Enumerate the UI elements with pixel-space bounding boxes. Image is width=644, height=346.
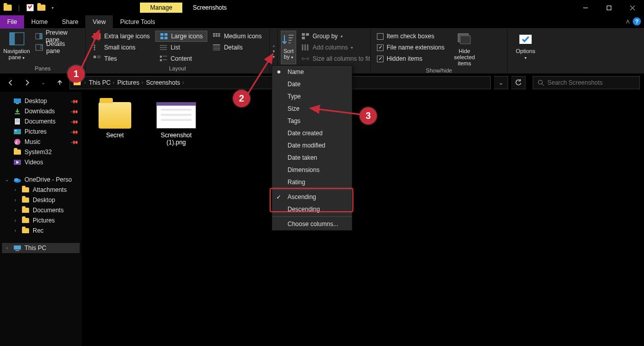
sort-date-modified[interactable]: Date modified [272,139,352,152]
svg-rect-47 [306,33,309,36]
recent-locations-button[interactable]: ⌄ [37,76,50,89]
chevron-right-icon[interactable]: › [12,218,18,223]
sort-type[interactable]: Type [272,90,352,103]
close-button[interactable] [621,0,644,15]
search-box[interactable] [533,76,640,89]
sort-ascending[interactable]: ✓Ascending [272,191,352,203]
tree-downloads[interactable]: Downloads📌 [2,106,80,116]
sort-by-label: Sort by ▾ [281,48,296,60]
file-name-label: Secret [106,132,124,139]
tree-desktop[interactable]: Desktop📌 [2,96,80,106]
svg-rect-59 [16,103,19,104]
layout-list[interactable]: List [155,42,208,53]
sort-by-button[interactable]: Sort by ▾ [281,31,296,64]
svg-rect-34 [93,56,96,58]
tree-this-pc[interactable]: ›This PC [2,243,80,253]
layout-scroll-down-icon[interactable]: ▾ [270,49,277,54]
sort-dimensions[interactable]: Dimensions [272,164,352,176]
forward-button[interactable] [20,76,34,89]
refresh-button[interactable] [511,76,526,89]
sort-tags[interactable]: Tags [272,115,352,127]
chevron-right-icon[interactable]: › [12,187,18,192]
layout-large-icons[interactable]: Large icons [155,31,208,42]
chevron-right-icon[interactable]: › [12,197,18,203]
address-dropdown-icon[interactable]: ⌄ [494,76,508,89]
file-list[interactable]: Secret Screenshot (1).png [82,92,644,346]
file-name-extensions-toggle[interactable]: File name extensions [374,42,447,53]
chevron-down-icon[interactable]: ⌄ [4,177,10,182]
downloads-icon [13,108,21,115]
layout-medium-icons[interactable]: Medium icons [208,31,266,42]
menu-home[interactable]: Home [24,15,55,29]
layout-scroll-up-icon[interactable]: ▴ [270,43,277,48]
size-columns-icon [301,55,309,62]
qat-properties-icon[interactable] [26,3,35,12]
file-item-screenshot1[interactable]: Screenshot (1).png [153,102,199,146]
tree-rec[interactable]: ›Rec [2,226,80,236]
chevron-right-icon[interactable]: › [12,208,18,213]
svg-rect-51 [307,44,308,51]
sort-date-taken[interactable]: Date taken [272,152,352,164]
group-by-button[interactable]: Group by ▾ [298,31,373,42]
help-icon[interactable]: ? [633,17,641,26]
chevron-right-icon[interactable]: › [12,228,18,233]
size-all-columns-button[interactable]: Size all columns to fit [298,53,373,64]
tree-od-documents[interactable]: ›Documents [2,205,80,215]
annotation-3: 3 [360,107,377,125]
tree-music[interactable]: Music📌 [2,137,80,147]
preview-pane-icon [35,33,42,40]
menu-share[interactable]: Share [55,15,85,29]
hidden-items-toggle[interactable]: Hidden items [374,53,447,64]
layout-small-icons[interactable]: Small icons [89,42,154,53]
back-button[interactable] [4,76,17,89]
svg-rect-20 [218,33,220,35]
layout-tiles[interactable]: Tiles [89,53,154,64]
breadcrumb-screenshots[interactable]: Screenshots› [146,79,184,86]
tree-od-pictures[interactable]: ›Pictures [2,215,80,226]
tree-od-desktop[interactable]: ›Desktop [2,195,80,205]
maximize-button[interactable] [597,0,621,15]
breadcrumb-this-pc[interactable]: This PC› [89,79,114,86]
menu-file[interactable]: File [0,15,24,29]
hide-selected-button[interactable]: Hide selected items [449,31,479,66]
layout-extra-large-icons[interactable]: Extra large icons [89,31,154,42]
layout-content[interactable]: Content [155,53,208,64]
sort-date[interactable]: Date [272,78,352,90]
minimize-button[interactable] [574,0,597,15]
breadcrumb-pictures[interactable]: Pictures› [117,79,143,86]
sort-name[interactable]: Name [272,66,352,78]
details-pane-button[interactable]: Details pane [32,42,82,53]
add-columns-button[interactable]: Add columns ▾ [298,42,373,53]
svg-point-56 [538,80,542,84]
qat-folder-icon[interactable] [37,3,46,12]
medium-icons-icon [212,33,221,40]
tree-videos[interactable]: Videos [2,157,80,167]
qat-dropdown-icon[interactable]: ▾ [48,3,57,12]
up-button[interactable] [53,76,66,89]
collapse-ribbon-icon[interactable]: ᐱ [626,19,630,24]
chevron-right-icon[interactable]: › [4,245,10,251]
sort-size[interactable]: Size [272,103,352,115]
tree-attachments[interactable]: ›Attachments [2,185,80,195]
layout-more-icon[interactable]: ▾ [270,55,277,59]
search-input[interactable] [547,79,635,86]
tree-documents[interactable]: Documents📌 [2,116,80,127]
menu-picture-tools[interactable]: Picture Tools [113,15,162,29]
file-item-secret[interactable]: Secret [92,102,138,139]
layout-details[interactable]: Details [208,42,266,53]
sort-rating[interactable]: Rating [272,176,352,188]
menu-view[interactable]: View [85,15,113,29]
tree-system32[interactable]: System32 [2,147,80,157]
videos-icon [13,159,21,166]
sort-choose-columns[interactable]: Choose columns... [272,218,352,230]
sort-date-created[interactable]: Date created [272,127,352,139]
item-check-boxes-toggle[interactable]: Item check boxes [374,31,447,42]
navigation-pane-button[interactable]: Navigation pane ▾ [3,31,30,64]
tree-onedrive[interactable]: ⌄OneDrive - Perso [2,175,80,185]
extra-large-icons-icon [93,33,101,40]
svg-rect-37 [160,56,162,58]
sort-descending[interactable]: Descending [272,203,352,215]
pin-icon: 📌 [70,117,79,126]
tree-pictures[interactable]: Pictures📌 [2,127,80,137]
options-button[interactable]: Options▾ [511,31,540,64]
